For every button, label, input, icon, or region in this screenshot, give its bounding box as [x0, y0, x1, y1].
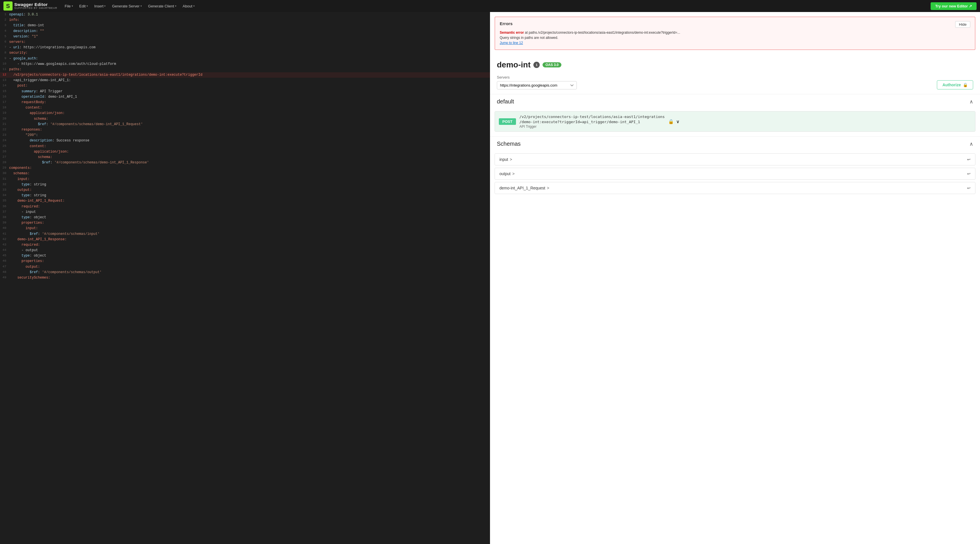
error-path: at paths./v2/projects/connectors-ip-test…	[525, 30, 680, 35]
schemas-header[interactable]: Schemas ∧	[490, 137, 980, 151]
schema-item-output[interactable]: output > ↩	[495, 168, 975, 180]
schema-expand-icon: >	[547, 186, 549, 190]
editor-lines: 1 openapi: 3.0.1 2 info: 3 title: demo-i…	[0, 12, 490, 281]
nav-menu: File ▾ Edit ▾ Insert ▾ Generate Server ▾…	[62, 3, 930, 10]
schema-link-icon: ↩	[967, 157, 970, 162]
chevron-down-icon: ▾	[193, 5, 195, 8]
server-select[interactable]: https://integrations.googleapis.com	[497, 81, 577, 89]
main-layout: 1 openapi: 3.0.1 2 info: 3 title: demo-i…	[0, 12, 980, 544]
chevron-down-icon: ▾	[175, 5, 177, 8]
errors-title: Errors	[500, 21, 512, 26]
nav-generate-client[interactable]: Generate Client ▾	[145, 3, 179, 10]
error-body: Query strings in paths are not allowed.	[500, 36, 558, 40]
editor-line: 16 operationId: demo-int_API_1	[0, 94, 490, 100]
nav-about[interactable]: About ▾	[180, 3, 197, 10]
editor-line: 26 application/json:	[0, 149, 490, 155]
editor-line: 36 required:	[0, 204, 490, 209]
api-title-section: demo-int 1 OAS 3.0	[490, 54, 980, 72]
editor-line: 49 securitySchemes:	[0, 275, 490, 281]
default-section-header[interactable]: default ∧	[490, 94, 980, 109]
chevron-down-icon: ▾	[140, 5, 142, 8]
editor-line: 33 output:	[0, 187, 490, 193]
try-new-editor-button[interactable]: Try our new Editor ↗	[931, 2, 977, 10]
nav-generate-server[interactable]: Generate Server ▾	[109, 3, 145, 10]
editor-line: 25 content:	[0, 144, 490, 149]
schema-link-icon: ↩	[967, 171, 970, 176]
editor-line: 18 content:	[0, 105, 490, 110]
schema-item-input[interactable]: input > ↩	[495, 153, 975, 166]
schemas-title: Schemas	[497, 140, 520, 147]
servers-label: Servers	[497, 75, 577, 80]
api-title: demo-int	[497, 60, 531, 69]
editor-line: 9 - google_auth:	[0, 56, 490, 61]
editor-line: 44 - output	[0, 248, 490, 253]
endpoint-summary: API Trigger	[519, 124, 665, 129]
authorize-label: Authorize	[942, 83, 961, 87]
editor-line: 39 properties:	[0, 220, 490, 226]
editor-line: 40 input:	[0, 226, 490, 231]
chevron-down-icon: ▾	[72, 5, 73, 8]
api-oas-badge: OAS 3.0	[542, 62, 562, 67]
editor-line: 17 requestBody:	[0, 100, 490, 105]
editor-pane[interactable]: 1 openapi: 3.0.1 2 info: 3 title: demo-i…	[0, 12, 490, 544]
editor-line: 6 servers:	[0, 40, 490, 45]
endpoint-header[interactable]: POST /v2/projects/connectors-ip-test/loc…	[495, 112, 975, 131]
editor-line: 13 =api_trigger/demo-int_API_1:	[0, 78, 490, 83]
error-box: Errors Hide Semantic error at paths./v2/…	[495, 17, 975, 50]
schema-name: demo-int_API_1_Request >	[500, 186, 549, 190]
schemas-section: Schemas ∧ input > ↩ output > ↩ demo-	[490, 136, 980, 194]
endpoint-lock-icon: 🔒	[668, 119, 674, 124]
schema-item-request[interactable]: demo-int_API_1_Request > ↩	[495, 182, 975, 194]
schema-link-icon: ↩	[967, 186, 970, 190]
editor-line: 45 type: object	[0, 253, 490, 258]
endpoint-chevron-down-icon: ∨	[676, 119, 679, 124]
editor-line: 15 summary: API Trigger	[0, 89, 490, 94]
editor-line: 5 version: "1"	[0, 34, 490, 40]
editor-line: 35 demo-int_API_1_Request:	[0, 198, 490, 204]
editor-line-error: 12 /v2/projects/connectors-ip-test/locat…	[0, 72, 490, 78]
editor-line: 3 title: demo-int	[0, 23, 490, 28]
chevron-up-icon: ∧	[969, 99, 973, 105]
schema-name: output >	[500, 171, 515, 176]
editor-line: 4 description: ""	[0, 29, 490, 34]
editor-line: 42 demo-int_API_1_Response:	[0, 237, 490, 242]
nav-file[interactable]: File ▾	[62, 3, 76, 10]
navbar: S Swagger Editor SUPPORTED BY SMARTBEAR …	[0, 0, 980, 12]
endpoint-row: POST /v2/projects/connectors-ip-test/loc…	[495, 111, 975, 132]
logo: S Swagger Editor SUPPORTED BY SMARTBEAR	[3, 2, 57, 11]
nav-edit[interactable]: Edit ▾	[76, 3, 91, 10]
editor-line: 8 security:	[0, 50, 490, 56]
editor-line: 1 openapi: 3.0.1	[0, 12, 490, 18]
nav-insert[interactable]: Insert ▾	[91, 3, 109, 10]
servers-section: Servers https://integrations.googleapis.…	[490, 72, 980, 94]
schema-expand-icon: >	[512, 171, 515, 176]
hide-errors-button[interactable]: Hide	[955, 21, 970, 28]
schemas-chevron-up-icon: ∧	[969, 141, 973, 147]
endpoint-path-block: /v2/projects/connectors-ip-test/location…	[519, 114, 665, 129]
editor-line: 29 components:	[0, 166, 490, 171]
editor-line: 7 - url: https://integrations.googleapis…	[0, 45, 490, 50]
editor-line: 34 type: string	[0, 193, 490, 198]
editor-line: 10 - https://www.googleapis.com/auth/clo…	[0, 61, 490, 67]
error-message: Semantic error at paths./v2/projects/con…	[500, 30, 970, 45]
authorize-button[interactable]: Authorize 🔒	[937, 80, 973, 89]
editor-line: 22 responses:	[0, 127, 490, 132]
method-badge: POST	[499, 118, 516, 125]
error-header: Errors Hide	[500, 21, 970, 28]
right-pane: Errors Hide Semantic error at paths./v2/…	[490, 12, 980, 544]
editor-line: 41 $ref: '#/components/schemas/input'	[0, 231, 490, 237]
jump-to-line-link[interactable]: Jump to line 12	[500, 41, 523, 45]
schema-name: input >	[500, 157, 512, 162]
schema-expand-icon: >	[510, 157, 512, 162]
editor-line: 14 post:	[0, 83, 490, 89]
editor-line: 37 - input	[0, 209, 490, 215]
editor-line: 19 application/json:	[0, 110, 490, 116]
chevron-down-icon: ▾	[104, 5, 106, 8]
default-section-title: default	[497, 98, 514, 105]
swagger-logo-icon: S	[3, 2, 13, 11]
logo-subtitle: SUPPORTED BY SMARTBEAR	[14, 7, 57, 10]
editor-line: 32 type: string	[0, 182, 490, 187]
lock-icon: 🔒	[963, 83, 968, 87]
editor-line: 31 input:	[0, 177, 490, 182]
editor-line: 46 properties:	[0, 258, 490, 264]
